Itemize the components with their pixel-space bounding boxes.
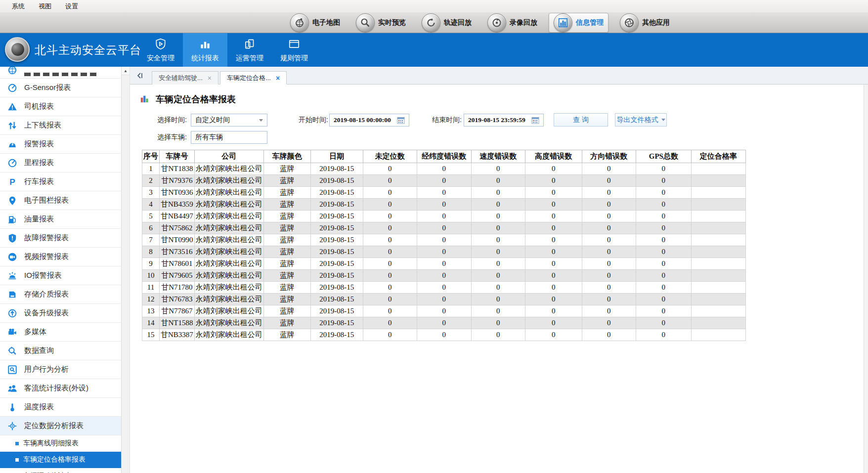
table-cell: 永靖刘家峡出租公司 [194,294,263,305]
sidebar-item[interactable]: 油量报表 [0,210,121,229]
sidebar-item[interactable]: 用户行为分析 [0,360,121,379]
table-cell: 0 [363,270,417,282]
table-row[interactable]: 1甘NT1838永靖刘家峡出租公司蓝牌2019-08-15000000 [142,163,746,175]
toolbar-item[interactable]: 轨迹回放 [417,13,476,33]
table-cell: 5 [142,211,160,222]
tabbar: 安全辅助驾驶...×车辆定位合格...× [130,67,868,85]
menu-item[interactable]: 设置 [58,0,85,12]
sidebar-item[interactable]: 存储介质报表 [0,285,121,304]
sidebar-item[interactable]: 多媒体 [0,323,121,342]
table-cell: 0 [525,199,582,211]
table-row[interactable]: 15甘NB3387永靖刘家峡出租公司蓝牌2019-08-15000000 [142,329,746,341]
table-row[interactable]: 8甘N73516永靖刘家峡出租公司蓝牌2019-08-15000000 [142,246,746,258]
scroll-up-button[interactable]: ▲ [122,67,130,75]
table-row[interactable]: 14甘NT1588永靖刘家峡出租公司蓝牌2019-08-15000000 [142,317,746,329]
clipped-label [24,73,98,76]
sidebar-item[interactable]: 司机报表 [0,97,121,116]
table-row[interactable]: 4甘NB4359永靖刘家峡出租公司蓝牌2019-08-15000000 [142,199,746,211]
sidebar-item[interactable]: 定位数据分析报表 [0,417,121,435]
calendar-icon[interactable] [397,117,405,124]
table-row[interactable]: 13甘N77867永靖刘家峡出租公司蓝牌2019-08-15000000 [142,305,746,317]
nav-item[interactable]: 规则管理 [272,33,316,67]
end-time-input[interactable]: 2019-08-15 23:59:59 [464,114,544,127]
table-cell: 0 [582,329,636,341]
nav-item[interactable]: 运营管理 [227,33,272,67]
close-icon[interactable]: × [208,75,212,82]
sidebar-item[interactable]: IO报警报表 [0,266,121,285]
table-cell [691,258,745,270]
sidebar-item[interactable]: 客流统计报表(外设) [0,379,121,398]
table-row[interactable]: 6甘N75862永靖刘家峡出租公司蓝牌2019-08-15000000 [142,222,746,234]
sidebar-item[interactable]: 故障报警报表 [0,229,121,248]
table-cell: 0 [525,258,582,270]
calendar-icon[interactable] [531,117,539,124]
table-cell: 0 [636,163,691,175]
column-header: 方向错误数 [582,150,636,163]
sidebar-item[interactable]: G-Sensor报表 [0,79,121,97]
menu-item[interactable]: 系统 [5,0,32,12]
sidebar-item[interactable]: 温度报表 [0,398,121,417]
sidebar-subitem[interactable]: 车辆离线明细报表 [0,435,121,452]
sidebar-subitem[interactable]: 车辆漂移统计表 [0,468,121,473]
toolbar-item-label: 电子地图 [312,18,340,27]
toolbar-items: 电子地图实时预览轨迹回放录像回放信息管理其他应用 [286,12,674,33]
table-cell: 甘N71780 [160,282,195,294]
close-icon[interactable]: × [276,75,280,82]
nav-item[interactable]: 统计报表 [183,33,227,67]
sidebar-item[interactable] [0,67,121,79]
content-scrollbar[interactable] [864,85,868,473]
table-cell: 蓝牌 [263,234,310,246]
table-cell: 2019-08-15 [310,163,363,175]
bar-chart-icon [199,38,212,52]
sidebar-item[interactable]: 里程报表 [0,154,121,172]
table-cell: 0 [636,294,691,305]
table-row[interactable]: 7甘NT0990永靖刘家峡出租公司蓝牌2019-08-15000000 [142,234,746,246]
sidebar-item[interactable]: 报警报表 [0,135,121,154]
toolbar-item[interactable]: 信息管理 [549,13,608,33]
vehicle-select-input[interactable]: 所有车辆 [191,131,267,144]
table-cell: 0 [525,175,582,187]
table-cell: 0 [417,258,471,270]
upgrade-icon [7,308,18,319]
nav-item[interactable]: 安全管理 [138,33,183,67]
sidebar-item[interactable]: 设备升级报表 [0,304,121,323]
table-cell: 0 [417,187,471,199]
table-cell: 甘N75862 [160,222,195,234]
table-row[interactable]: 3甘NT0936永靖刘家峡出租公司蓝牌2019-08-15000000 [142,187,746,199]
table-cell: 0 [471,305,525,317]
tab-scroll-left-button[interactable] [133,69,147,82]
video-camera-icon [7,252,18,262]
toolbar-item[interactable]: 实时预览 [351,13,410,33]
menu-item[interactable]: 视图 [32,0,58,12]
toolbar-item[interactable]: 录像回放 [483,13,542,33]
table-cell: 蓝牌 [263,246,310,258]
table-row[interactable]: 11甘N71780永靖刘家峡出租公司蓝牌2019-08-15000000 [142,282,746,294]
sidebar-subitem[interactable]: 车辆定位合格率报表 [0,452,121,468]
sidebar-item[interactable]: 上下线报表 [0,116,121,135]
toolbar-item[interactable]: 其他应用 [615,13,674,33]
query-button[interactable]: 查 询 [554,113,608,127]
sidebar-item[interactable]: 数据查询 [0,342,121,360]
tab[interactable]: 安全辅助驾驶...× [152,71,218,85]
sidebar-item[interactable]: 电子围栏报表 [0,191,121,210]
export-format-button[interactable]: 导出文件格式 [615,113,667,127]
table-row[interactable]: 5甘NB4497永靖刘家峡出租公司蓝牌2019-08-15000000 [142,211,746,222]
table-row[interactable]: 2甘N79376永靖刘家峡出租公司蓝牌2019-08-15000000 [142,175,746,187]
nav-item-label: 统计报表 [191,54,219,63]
table-cell: 0 [363,187,417,199]
table-row[interactable]: 12甘N76783永靖刘家峡出租公司蓝牌2019-08-15000000 [142,294,746,305]
sidebar-scrollbar[interactable]: ▲ [122,67,130,473]
start-time-input[interactable]: 2019-08-15 00:00:00 [329,114,409,127]
sidebar-item[interactable]: 视频报警报表 [0,248,121,266]
table-cell [691,305,745,317]
tab[interactable]: 车辆定位合格...× [220,71,287,85]
content-panel: 安全辅助驾驶...×车辆定位合格...× 车辆定位合格率报表 选择时间: 自定义… [130,67,868,473]
table-cell: 0 [363,211,417,222]
time-range-select[interactable]: 自定义时间 [191,114,267,127]
table-row[interactable]: 10甘N79605永靖刘家峡出租公司蓝牌2019-08-15000000 [142,270,746,282]
sidebar-item[interactable]: P行车报表 [0,172,121,191]
table-cell: 0 [525,211,582,222]
table-row[interactable]: 9甘N78601永靖刘家峡出租公司蓝牌2019-08-15000000 [142,258,746,270]
table-cell: 2019-08-15 [310,317,363,329]
toolbar-item[interactable]: 电子地图 [286,13,345,33]
